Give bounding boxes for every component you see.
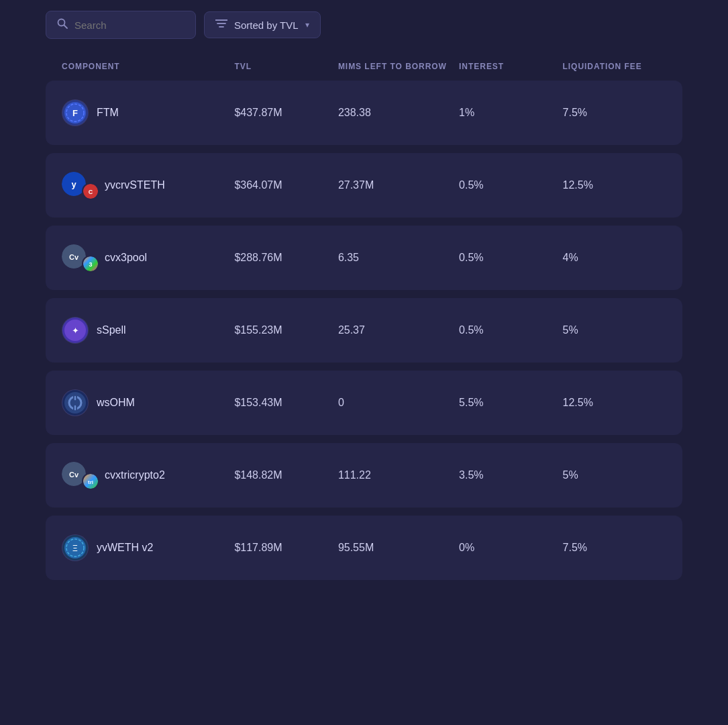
token-icon-wsohm — [62, 389, 89, 416]
table-header: COMPONENT TVL MIMS LEFT TO BORROW INTERE… — [46, 52, 682, 81]
tvl-sspell: $155.23M — [234, 324, 337, 336]
top-bar: Sorted by TVL ▾ — [0, 11, 728, 52]
svg-line-1 — [64, 26, 68, 29]
interest-yvweth-v2: 0% — [459, 542, 562, 554]
mims-cvx3pool: 6.35 — [338, 252, 459, 264]
token-icon-yvweth-v2: Ξ — [62, 534, 89, 561]
component-cell: y C yvcrvSTETH — [62, 172, 234, 199]
token-icon-cvx3pool: Cv 3 — [62, 244, 97, 271]
interest-wsohm: 5.5% — [459, 397, 562, 409]
token-icon-cvxtricrypto2: Cv tri — [62, 462, 97, 489]
table-row[interactable]: wsOHM $153.43M 0 5.5% 12.5% — [46, 371, 682, 435]
tvl-ftm: $437.87M — [234, 107, 337, 119]
table-row[interactable]: Cv 3 cvx3pool $288.76M — [46, 226, 682, 290]
interest-cvxtricrypto2: 3.5% — [459, 469, 562, 481]
table-row[interactable]: ✦ sSpell $155.23M 25.37 0.5% 5% — [46, 298, 682, 362]
token-icon-sspell: ✦ — [62, 317, 89, 344]
header-tvl: TVL — [234, 62, 337, 71]
tvl-yvweth-v2: $117.89M — [234, 542, 337, 554]
mims-wsohm: 0 — [338, 397, 459, 409]
interest-ftm: 1% — [459, 107, 562, 119]
liq-fee-yvweth-v2: 7.5% — [563, 542, 666, 554]
interest-cvx3pool: 0.5% — [459, 252, 562, 264]
search-container[interactable] — [46, 11, 196, 39]
component-cell: ✦ sSpell — [62, 317, 234, 344]
svg-text:Cv: Cv — [69, 471, 79, 479]
token-name-yvcrvsteth: yvcrvSTETH — [105, 179, 165, 191]
svg-text:y: y — [71, 179, 76, 189]
header-liquidation-fee: LIQUIDATION FEE — [563, 62, 666, 71]
svg-text:F: F — [72, 108, 78, 118]
filter-icon — [215, 19, 227, 31]
header-mims-left: MIMS LEFT TO BORROW — [338, 62, 459, 71]
svg-text:C: C — [89, 189, 93, 195]
chevron-down-icon: ▾ — [305, 20, 309, 30]
token-name-sspell: sSpell — [97, 324, 126, 336]
svg-text:Cv: Cv — [69, 253, 79, 261]
svg-text:tri: tri — [88, 479, 93, 485]
liq-fee-ftm: 7.5% — [563, 107, 666, 119]
mims-sspell: 25.37 — [338, 324, 459, 336]
token-icon-ftm: F — [62, 99, 89, 126]
table-row[interactable]: F FTM $437.87M 238.38 1% 7.5% — [46, 81, 682, 145]
search-icon — [57, 18, 68, 32]
token-icon-yvcrvsteth: y C — [62, 172, 97, 199]
interest-yvcrvsteth: 0.5% — [459, 179, 562, 191]
svg-text:Ξ: Ξ — [72, 544, 78, 553]
component-cell: F FTM — [62, 99, 234, 126]
header-interest: INTEREST — [459, 62, 562, 71]
sort-label: Sorted by TVL — [234, 19, 299, 31]
liq-fee-wsohm: 12.5% — [563, 397, 666, 409]
liq-fee-yvcrvsteth: 12.5% — [563, 179, 666, 191]
token-name-yvweth-v2: yvWETH v2 — [97, 542, 153, 554]
liq-fee-cvx3pool: 4% — [563, 252, 666, 264]
liq-fee-sspell: 5% — [563, 324, 666, 336]
token-name-cvxtricrypto2: cvxtricrypto2 — [105, 469, 165, 481]
mims-cvxtricrypto2: 111.22 — [338, 469, 459, 481]
mims-yvweth-v2: 95.55M — [338, 542, 459, 554]
table-row[interactable]: Cv tri cvxtricrypto2 $148.82M 111 — [46, 443, 682, 508]
tvl-cvxtricrypto2: $148.82M — [234, 469, 337, 481]
tvl-yvcrvsteth: $364.07M — [234, 179, 337, 191]
search-input[interactable] — [74, 19, 185, 31]
svg-text:✦: ✦ — [72, 326, 79, 336]
component-cell: Cv tri cvxtricrypto2 — [62, 462, 234, 489]
token-name-wsohm: wsOHM — [97, 397, 135, 409]
token-name-cvx3pool: cvx3pool — [105, 252, 147, 264]
interest-sspell: 0.5% — [459, 324, 562, 336]
mims-yvcrvsteth: 27.37M — [338, 179, 459, 191]
table-row[interactable]: y C yvcrvSTETH $364.07M 27.37M 0.5% 12.5… — [46, 153, 682, 218]
header-component: COMPONENT — [62, 62, 234, 71]
tvl-wsohm: $153.43M — [234, 397, 337, 409]
mims-ftm: 238.38 — [338, 107, 459, 119]
table-container: COMPONENT TVL MIMS LEFT TO BORROW INTERE… — [46, 52, 682, 580]
token-name-ftm: FTM — [97, 107, 119, 119]
tvl-cvx3pool: $288.76M — [234, 252, 337, 264]
table-row[interactable]: Ξ yvWETH v2 $117.89M 95.55M 0% 7.5% — [46, 516, 682, 580]
sort-button[interactable]: Sorted by TVL ▾ — [204, 11, 321, 38]
component-cell: Cv 3 cvx3pool — [62, 244, 234, 271]
svg-text:3: 3 — [89, 261, 92, 268]
liq-fee-cvxtricrypto2: 5% — [563, 469, 666, 481]
component-cell: wsOHM — [62, 389, 234, 416]
component-cell: Ξ yvWETH v2 — [62, 534, 234, 561]
